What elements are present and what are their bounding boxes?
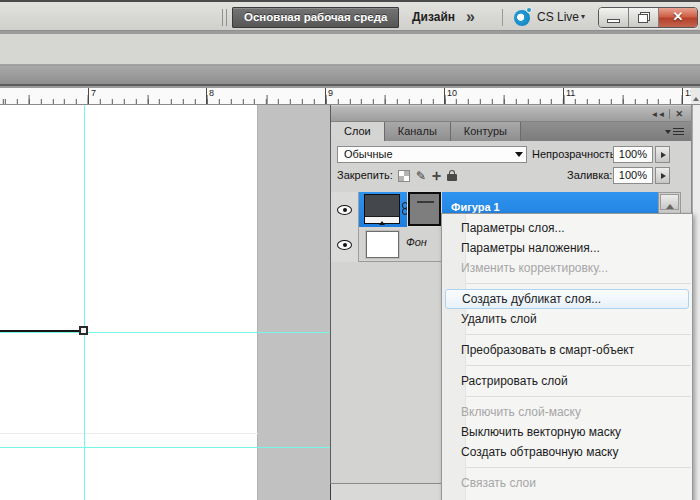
workspace-button[interactable]: Основная рабочая среда: [232, 7, 399, 28]
vector-mask-thumbnail[interactable]: [408, 192, 441, 226]
fill-label: Заливка:: [567, 169, 612, 181]
fill-slider-button[interactable]: [655, 167, 670, 184]
menu-item-disable-vector-mask[interactable]: Выключить векторную маску: [442, 422, 692, 442]
document-canvas[interactable]: [0, 105, 258, 500]
scroll-up-icon[interactable]: [660, 194, 679, 210]
workspace-design-button[interactable]: Дизайн: [412, 2, 455, 33]
horizontal-guide: [0, 332, 330, 333]
ruler-mid-ticks: [0, 95, 691, 104]
lock-all-icon[interactable]: [447, 174, 457, 181]
opacity-slider-button[interactable]: [655, 146, 670, 163]
menu-separator: [443, 365, 691, 366]
ruler-label: 9: [328, 88, 333, 98]
tab-channels[interactable]: Каналы: [385, 122, 451, 141]
visibility-cell[interactable]: [331, 192, 359, 227]
path-anchor-point: [79, 326, 88, 335]
pasteboard: [258, 105, 330, 500]
horizontal-guide: [0, 447, 330, 448]
opacity-label: Непрозрачность:: [532, 148, 618, 160]
menu-separator: [443, 334, 691, 335]
horizontal-ruler[interactable]: 7 8 9 10 11 12: [0, 88, 691, 105]
eye-icon: [337, 205, 352, 215]
lock-pixels-icon[interactable]: ✎: [416, 170, 426, 182]
layers-controls: Обычные Непрозрачность: 100% Закрепить: …: [331, 141, 691, 192]
menu-item-edit-adjustment: Изменить корректировку...: [442, 258, 692, 278]
ruler-corner: [691, 88, 700, 105]
minimize-icon: [607, 19, 620, 23]
menu-item-delete-layer[interactable]: Удалить слой: [442, 309, 692, 329]
fill-layer-thumbnail[interactable]: [364, 194, 400, 224]
ruler-label: 10: [447, 88, 457, 98]
panel-header-divider: [669, 109, 670, 119]
menu-separator: [443, 396, 691, 397]
lock-icons: ✎ ✛: [398, 167, 457, 184]
restore-button[interactable]: [629, 8, 659, 27]
minimize-button[interactable]: [599, 8, 629, 27]
restore-icon: [638, 12, 650, 23]
ruler-major-tick: [444, 88, 445, 105]
ruler-major-tick: [682, 88, 683, 105]
collapse-to-icons-icon[interactable]: ◄◄: [651, 110, 665, 119]
shape-line-segment: [0, 330, 85, 332]
menu-item-blending-options[interactable]: Параметры наложения...: [442, 238, 692, 258]
fill-value[interactable]: 100%: [613, 167, 653, 184]
visibility-cell[interactable]: [331, 227, 359, 262]
menu-item-link-layers: Связать слои: [442, 473, 692, 493]
opacity-value[interactable]: 100%: [613, 146, 653, 163]
blend-mode-caret-icon: [515, 152, 523, 161]
blend-mode-select[interactable]: Обычные: [337, 146, 527, 163]
close-icon: ✕: [659, 8, 697, 27]
workspace-overflow-chevron-icon[interactable]: »: [466, 2, 475, 33]
menu-separator: [443, 283, 691, 284]
toolbar-drag-handle[interactable]: [222, 9, 227, 26]
background-layer-thumbnail[interactable]: [366, 231, 399, 258]
ruler-major-tick: [563, 88, 564, 105]
lock-position-icon[interactable]: ✛: [432, 170, 441, 182]
document-tab-band: [0, 66, 700, 86]
ruler-major-tick: [206, 88, 207, 105]
panel-header: ◄◄ ✕: [331, 105, 691, 122]
cs-live-button[interactable]: CS Live: [537, 2, 579, 33]
panel-close-icon[interactable]: ✕: [675, 109, 683, 119]
cs-live-dropdown-caret-icon[interactable]: ▾: [581, 2, 585, 33]
ruler-major-tick: [325, 88, 326, 105]
options-bar: [0, 34, 700, 65]
menu-item-create-clipping-mask[interactable]: Создать обтравочную маску: [442, 442, 692, 462]
photoshop-window: Основная рабочая среда Дизайн » CS Live …: [0, 0, 700, 500]
cs-live-icon: [514, 10, 530, 26]
window-controls: ✕: [598, 7, 698, 28]
menu-item-layer-properties[interactable]: Параметры слоя...: [442, 218, 692, 238]
menu-item-enable-layer-mask: Включить слой-маску: [442, 402, 692, 422]
window-right-edge: [692, 105, 700, 500]
menu-item-rasterize-layer[interactable]: Растрировать слой: [442, 371, 692, 391]
panel-menu-icon[interactable]: [665, 126, 685, 138]
ruler-label: 11: [566, 88, 575, 98]
layer-context-menu: Параметры слоя... Параметры наложения...…: [441, 213, 693, 500]
close-button[interactable]: ✕: [659, 8, 697, 27]
panel-tabs: Слои Каналы Контуры: [331, 122, 691, 141]
ruler-label: 8: [209, 88, 214, 98]
ruler-label: 7: [91, 88, 96, 98]
layer-name[interactable]: Фон: [406, 227, 427, 262]
lock-label: Закрепить:: [337, 169, 393, 181]
titlebar-separator: [502, 9, 503, 26]
tab-layers[interactable]: Слои: [331, 122, 385, 141]
menu-separator: [443, 467, 691, 468]
vertical-guide: [84, 105, 85, 500]
faint-guide-line: [0, 433, 258, 434]
lock-transparency-icon[interactable]: [398, 170, 410, 182]
title-bar: Основная рабочая среда Дизайн » CS Live …: [0, 0, 700, 31]
tab-paths[interactable]: Контуры: [451, 122, 521, 141]
menu-item-duplicate-layer[interactable]: Создать дубликат слоя...: [445, 289, 689, 309]
ruler-major-tick: [88, 88, 89, 105]
menu-item-convert-to-smart-object[interactable]: Преобразовать в смарт-объект: [442, 340, 692, 360]
eye-icon: [337, 240, 352, 250]
